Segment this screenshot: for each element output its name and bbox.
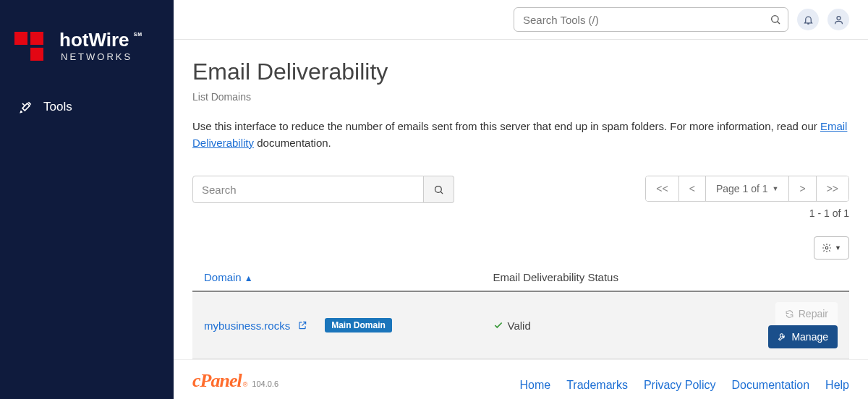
pager-prev[interactable]: <: [679, 176, 706, 201]
domain-link[interactable]: mybusiness.rocks: [204, 319, 290, 332]
svg-point-0: [772, 16, 778, 22]
svg-point-2: [435, 186, 442, 192]
tools-icon: [19, 100, 33, 114]
content: Email Deliverability List Domains Use th…: [174, 40, 868, 359]
search-icon: [433, 184, 444, 195]
search-icon: [770, 14, 781, 25]
version-label: 104.0.6: [252, 379, 278, 388]
pager-first[interactable]: <<: [646, 176, 678, 201]
global-search-input[interactable]: [514, 7, 788, 32]
domain-search-input[interactable]: [192, 176, 424, 203]
wrench-icon: [778, 332, 787, 342]
main-domain-badge: Main Domain: [325, 318, 392, 332]
domain-table: Domain ▲ Email Deliverability Status myb…: [192, 264, 849, 359]
page-subtitle: List Domains: [192, 91, 849, 103]
domain-search: [192, 176, 454, 203]
caret-down-icon: ▼: [773, 185, 779, 192]
bell-icon: [803, 14, 814, 25]
user-icon: [833, 14, 844, 25]
check-icon: [493, 320, 503, 330]
footer: cPanel® 104.0.6 Home Trademarks Privacy …: [174, 359, 868, 399]
gear-icon: [822, 243, 832, 253]
col-status: Email Deliverability Status: [482, 264, 692, 291]
footer-link-trademarks[interactable]: Trademarks: [566, 379, 628, 392]
logo-icon: [14, 29, 54, 62]
main-area: Email Deliverability List Domains Use th…: [174, 0, 868, 399]
pager-next[interactable]: >: [789, 176, 816, 201]
domain-search-button[interactable]: [424, 176, 454, 203]
pagination: << < Page 1 of 1▼ > >>: [645, 176, 849, 202]
external-link-icon[interactable]: [297, 320, 307, 330]
table-settings-button[interactable]: ▼: [814, 236, 849, 259]
refresh-icon: [785, 309, 794, 319]
svg-point-1: [837, 16, 841, 20]
manage-button[interactable]: Manage: [768, 325, 838, 348]
brand-logo: hotWire SM NETWORKS: [0, 29, 174, 91]
sidebar: hotWire SM NETWORKS Tools: [0, 0, 174, 399]
pager-last[interactable]: >>: [817, 176, 848, 201]
status-value: Valid: [493, 319, 681, 332]
footer-link-help[interactable]: Help: [825, 379, 849, 392]
sort-asc-icon: ▲: [244, 273, 253, 283]
page-title: Email Deliverability: [192, 59, 849, 85]
account-button[interactable]: [827, 9, 849, 30]
sidebar-item-tools[interactable]: Tools: [0, 91, 174, 123]
footer-links: Home Trademarks Privacy Policy Documenta…: [519, 379, 849, 392]
logo-subtext: NETWORKS: [59, 52, 132, 61]
cpanel-logo: cPanel® 104.0.6: [192, 370, 278, 392]
pager-page-select[interactable]: Page 1 of 1▼: [706, 176, 790, 201]
topbar: [174, 0, 868, 40]
caret-down-icon: ▼: [835, 244, 841, 252]
logo-text: hotWire SM: [59, 30, 132, 49]
result-count: 1 - 1 of 1: [645, 207, 849, 219]
notifications-button[interactable]: [797, 9, 819, 30]
page-description: Use this interface to reduce the number …: [192, 119, 849, 151]
table-row: mybusiness.rocks Main Domain: [192, 291, 849, 359]
footer-link-docs[interactable]: Documentation: [731, 379, 809, 392]
sidebar-item-label: Tools: [43, 100, 72, 114]
repair-button: Repair: [775, 302, 838, 325]
footer-link-privacy[interactable]: Privacy Policy: [644, 379, 716, 392]
col-domain[interactable]: Domain ▲: [192, 264, 482, 291]
svg-point-3: [825, 246, 828, 249]
footer-link-home[interactable]: Home: [519, 379, 550, 392]
